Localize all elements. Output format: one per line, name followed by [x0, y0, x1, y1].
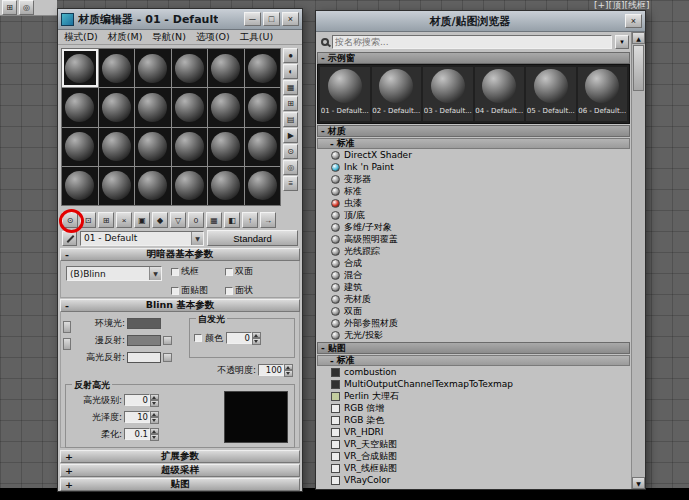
- material-list-item[interactable]: 变形器: [317, 173, 630, 185]
- sample-slot[interactable]: [245, 167, 281, 205]
- material-list-item[interactable]: 顶/底: [317, 209, 630, 221]
- section-header-materials[interactable]: - 材质: [317, 125, 630, 137]
- spinner-down-icon[interactable]: [150, 434, 159, 441]
- menu-item[interactable]: 材质(M): [108, 31, 143, 44]
- sample-slot[interactable]: [172, 128, 208, 166]
- rollout-header-shader-basic[interactable]: - 明暗器基本参数: [60, 248, 300, 261]
- sample-type-icon[interactable]: ●: [283, 48, 298, 63]
- browser-sample-slot[interactable]: 02 - Default...: [372, 67, 422, 121]
- maximize-button[interactable]: □: [263, 12, 280, 26]
- make-unique-icon[interactable]: ◆: [152, 212, 168, 228]
- sample-slot[interactable]: [172, 88, 208, 126]
- map-list-item[interactable]: MultiOutputChannelTexmapToTexmap: [317, 378, 630, 390]
- section-header-maps-standard[interactable]: - 标准: [317, 355, 630, 366]
- browser-sample-slot[interactable]: 05 - Default...: [526, 67, 576, 121]
- scroll-up-icon[interactable]: ▲: [632, 32, 645, 44]
- put-to-library-icon[interactable]: ▽: [170, 212, 186, 228]
- material-id-channel-icon[interactable]: 0: [188, 212, 204, 228]
- material-list-item[interactable]: 建筑: [317, 281, 630, 293]
- rollout-header-blinn-basic[interactable]: - Blinn 基本参数: [60, 299, 300, 312]
- value-spinner[interactable]: 10: [124, 411, 159, 424]
- value-spinner[interactable]: 0.1: [124, 428, 159, 441]
- sample-slot[interactable]: [172, 167, 208, 205]
- map-list-item[interactable]: VR_天空贴图: [317, 438, 630, 450]
- pick-material-eyedropper-button[interactable]: [62, 231, 77, 246]
- map-list-item[interactable]: VR_合成贴图: [317, 450, 630, 462]
- material-type-button[interactable]: Standard: [207, 230, 298, 246]
- get-material-icon[interactable]: ⊙: [62, 212, 78, 228]
- section-header-sample-windows[interactable]: - 示例窗: [317, 52, 630, 64]
- specular-color-swatch[interactable]: [127, 352, 161, 363]
- browser-sample-slot[interactable]: 03 - Default...: [423, 67, 473, 121]
- menu-item[interactable]: 工具(U): [240, 31, 273, 44]
- value-spinner[interactable]: 0: [124, 394, 159, 407]
- sample-slot[interactable]: [208, 128, 244, 166]
- material-list-item[interactable]: 合成: [317, 257, 630, 269]
- chevron-down-icon[interactable]: ▼: [191, 232, 203, 245]
- browser-titlebar[interactable]: 材质/贴图浏览器 ×: [316, 11, 645, 32]
- background-icon[interactable]: ▦: [283, 80, 298, 95]
- sample-slot[interactable]: [62, 49, 98, 87]
- value-spinner[interactable]: 100: [258, 364, 293, 377]
- material-list-item[interactable]: 双面: [317, 305, 630, 317]
- rollout-header-collapsed[interactable]: +超级采样: [60, 464, 300, 477]
- search-input[interactable]: [332, 35, 612, 49]
- sample-slot[interactable]: [99, 88, 135, 126]
- browser-sample-slot[interactable]: 06 - Default...: [578, 67, 628, 121]
- sample-slot[interactable]: [62, 88, 98, 126]
- map-list-item[interactable]: VRayColor: [317, 474, 630, 486]
- menu-item[interactable]: 导航(N): [152, 31, 186, 44]
- sample-slot[interactable]: [245, 49, 281, 87]
- sample-slot[interactable]: [208, 88, 244, 126]
- close-button[interactable]: ×: [625, 14, 642, 28]
- go-forward-icon[interactable]: →: [260, 212, 276, 228]
- shader-type-dropdown[interactable]: (B)Blinn ▼: [66, 266, 162, 281]
- section-header-maps[interactable]: - 贴图: [317, 342, 630, 354]
- specular-map-button[interactable]: [163, 353, 172, 362]
- material-name-dropdown[interactable]: 01 - Default ▼: [80, 231, 204, 246]
- sample-slot[interactable]: [135, 88, 171, 126]
- make-material-copy-icon[interactable]: ▣: [134, 212, 150, 228]
- put-material-to-scene-icon[interactable]: ⊡: [80, 212, 96, 228]
- map-list-item[interactable]: VR_线框贴图: [317, 462, 630, 474]
- spinner-down-icon[interactable]: [284, 370, 293, 377]
- scroll-down-icon[interactable]: ▼: [632, 477, 645, 489]
- show-end-result-icon[interactable]: ◧: [224, 212, 240, 228]
- material-list-item[interactable]: 混合: [317, 269, 630, 281]
- material-list-item[interactable]: Ink 'n Paint: [317, 161, 630, 173]
- shader-checkbox[interactable]: 面贴图: [171, 284, 225, 297]
- map-list-item[interactable]: VR_HDRI: [317, 426, 630, 438]
- map-list-item[interactable]: combustion: [317, 366, 630, 378]
- map-list-item[interactable]: RGB 染色: [317, 414, 630, 426]
- material-list-item[interactable]: 壳材质: [317, 293, 630, 305]
- section-header-materials-standard[interactable]: - 标准: [317, 138, 630, 149]
- sample-slot[interactable]: [99, 49, 135, 87]
- browser-scrollbar[interactable]: ▲ ▼: [631, 32, 645, 489]
- value-spinner[interactable]: 0: [226, 332, 261, 345]
- sample-slot[interactable]: [208, 167, 244, 205]
- material-list-item[interactable]: 光线跟踪: [317, 245, 630, 257]
- sample-slot[interactable]: [62, 128, 98, 166]
- close-button[interactable]: ×: [282, 12, 299, 26]
- map-list-item[interactable]: RGB 倍增: [317, 402, 630, 414]
- spinner-down-icon[interactable]: [150, 417, 159, 424]
- reset-map-icon[interactable]: ×: [116, 212, 132, 228]
- rollout-header-collapsed[interactable]: +贴图: [60, 478, 300, 491]
- sample-slot[interactable]: [245, 128, 281, 166]
- lock-ambient-diffuse-button[interactable]: [63, 321, 71, 333]
- main-toolbar-icon-2[interactable]: ◎: [19, 0, 34, 15]
- material-list-item[interactable]: 标准: [317, 185, 630, 197]
- material-list-item[interactable]: 无光/投影: [317, 329, 630, 341]
- go-to-parent-icon[interactable]: ↑: [242, 212, 258, 228]
- map-list-item[interactable]: Perlin 大理石: [317, 390, 630, 402]
- scrollbar-thumb[interactable]: [633, 45, 644, 91]
- browser-sample-slot[interactable]: 04 - Default...: [475, 67, 525, 121]
- sample-slot[interactable]: [99, 128, 135, 166]
- sample-slot[interactable]: [245, 88, 281, 126]
- browser-options-button[interactable]: ▼: [615, 35, 629, 49]
- show-map-in-viewport-icon[interactable]: ▦: [206, 212, 222, 228]
- sample-slot[interactable]: [135, 128, 171, 166]
- material-list-item[interactable]: 多维/子对象: [317, 221, 630, 233]
- material-list-item[interactable]: DirectX Shader: [317, 149, 630, 161]
- browser-sample-slot[interactable]: 01 - Default...: [320, 67, 370, 121]
